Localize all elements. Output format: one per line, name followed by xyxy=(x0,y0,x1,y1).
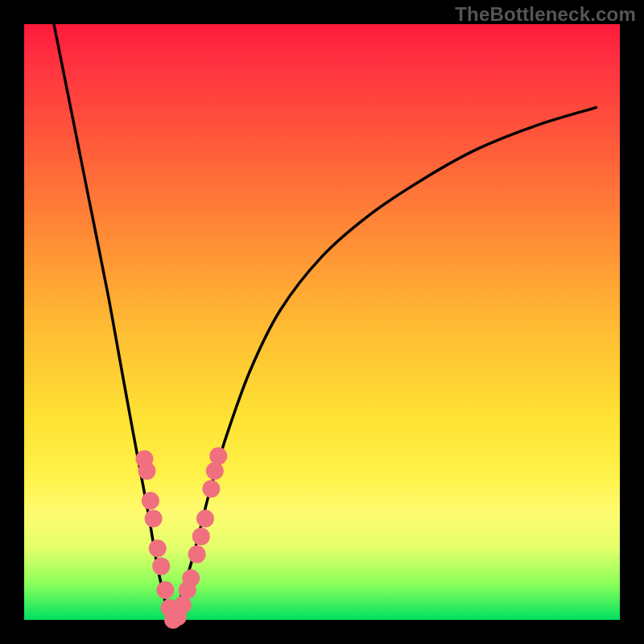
data-marker xyxy=(152,557,170,575)
data-marker xyxy=(209,448,227,465)
plot-svg xyxy=(24,24,620,620)
watermark-text: TheBottleneck.com xyxy=(455,3,636,26)
data-marker xyxy=(145,510,163,527)
data-marker xyxy=(142,492,159,510)
data-marker xyxy=(149,539,167,557)
bottleneck-curve-right xyxy=(173,108,596,620)
data-marker xyxy=(196,510,214,527)
bottleneck-curve-left xyxy=(54,24,173,620)
data-marker xyxy=(138,462,155,480)
data-marker xyxy=(182,569,200,587)
data-marker xyxy=(206,462,224,480)
data-markers xyxy=(135,448,227,630)
data-marker xyxy=(156,581,174,599)
data-marker xyxy=(192,527,210,545)
plot-area xyxy=(24,24,620,620)
data-marker xyxy=(188,546,206,564)
data-marker xyxy=(202,480,220,497)
